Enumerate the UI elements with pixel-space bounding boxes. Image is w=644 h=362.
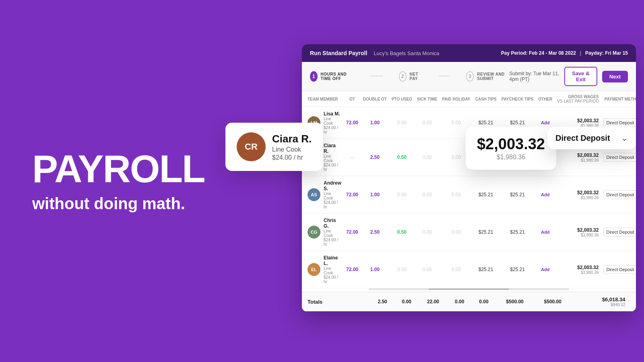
step-3-label: REVIEW AND SUBMIT	[477, 72, 509, 81]
totals-table: Totals 2.50 0.00 22.00 0.00 0.00 $500.00…	[302, 292, 636, 311]
cell-sick: 0.00	[415, 107, 440, 139]
col-other: Other	[536, 91, 555, 107]
cell-payment[interactable]: Direct Deposit Check	[601, 176, 636, 214]
cell-pto: 0.50	[389, 139, 415, 176]
step-3-circle: 3	[466, 71, 474, 82]
member-avatar: AS	[308, 188, 320, 201]
payment-method-select[interactable]: Direct Deposit Check	[603, 190, 636, 199]
cell-payment[interactable]: Direct Deposit Check	[601, 251, 636, 288]
cell-member: CG Chris G. Line Cook $24.00 / hr	[302, 214, 344, 251]
totals-row: Totals 2.50 0.00 22.00 0.00 0.00 $500.00…	[302, 292, 636, 311]
totals-holiday: 0.00	[472, 292, 496, 311]
member-info: Lisa M. Line Cook $24.00 / hr	[324, 111, 341, 134]
col-team-member: Team Member	[302, 91, 344, 107]
payment-method-select[interactable]: Direct Deposit Check	[603, 265, 636, 274]
totals-payment	[628, 292, 636, 311]
payment-method-select[interactable]: Direct Deposit Check	[603, 228, 636, 237]
cell-payment[interactable]: Direct Deposit Check	[601, 214, 636, 251]
marketing-section: PAYROLL without doing math.	[32, 150, 205, 213]
table-row: EL Elaine L. Line Cook $24.00 / hr 72.00…	[302, 251, 636, 288]
step-3[interactable]: 3 REVIEW AND SUBMIT	[466, 71, 509, 82]
company-name: Lucy's Bagels Santa Monica	[374, 50, 439, 56]
payment-method-select[interactable]: Direct Deposit Check	[603, 118, 636, 127]
cell-ot: 72.00	[344, 214, 361, 251]
step-2[interactable]: 2 NET PAY	[399, 71, 422, 82]
cell-cash-tips: $25.21	[473, 251, 499, 288]
totals-label: Totals	[302, 292, 370, 311]
cell-other[interactable]: Add	[536, 176, 555, 214]
cell-pto: 0.00	[389, 176, 415, 214]
cell-cash-tips: $25.21	[473, 214, 499, 251]
cell-gross: $2,003.32 $1,980.36	[555, 214, 601, 251]
cell-double-ot: 1.00	[361, 176, 389, 214]
member-avatar: EL	[308, 263, 320, 276]
cell-member: EL Elaine L. Line Cook $24.00 / hr	[302, 251, 344, 288]
step-connector-1	[371, 76, 382, 76]
add-button[interactable]: Add	[541, 230, 549, 234]
gross-card-last: $1,980.36	[477, 154, 545, 161]
cell-cash-tips: $25.21	[473, 176, 499, 214]
cell-ot: 72.00	[344, 107, 361, 139]
member-name: Andrew S.	[324, 180, 341, 191]
cell-double-ot: 1.00	[361, 107, 389, 139]
gross-card-amount: $2,003.32	[477, 136, 545, 153]
cell-pto: 0.50	[389, 214, 415, 251]
add-button[interactable]: Add	[541, 192, 549, 197]
member-name: Elaine L.	[324, 255, 341, 266]
totals-ot: 2.50	[370, 292, 394, 311]
totals-other	[572, 292, 580, 311]
step-1[interactable]: 1 HOURS AND TIME OFF	[310, 71, 355, 82]
totals-gross: $6,018.34 $840.12	[580, 292, 628, 311]
member-rate: $24.00 / hr	[324, 275, 341, 284]
scroll-thumb	[429, 288, 509, 290]
totals-sick: 0.00	[448, 292, 472, 311]
cell-other[interactable]: Add	[536, 251, 555, 288]
direct-deposit-popup[interactable]: Direct Deposit ⌄	[547, 127, 636, 149]
steps-left: 1 HOURS AND TIME OFF 2 NET PAY 3 REVIEW …	[310, 71, 509, 82]
col-cash-tips: Cash Tips	[473, 91, 499, 107]
dd-card-label: Direct Deposit	[555, 134, 615, 143]
member-info: Chris G. Line Cook $24.00 / hr	[324, 218, 341, 247]
pay-period: Pay Period: Feb 24 - Mar 08 2022	[501, 50, 576, 56]
employee-card-role: Line Cook	[272, 146, 312, 153]
cell-sick: 0.00	[415, 139, 440, 176]
cell-double-ot: 2.50	[361, 214, 389, 251]
save-exit-button[interactable]: Save & Exit	[564, 67, 597, 86]
totals-paycheck-tips: $500.00	[534, 292, 572, 311]
cell-gross: $2,003.32 $1,980.36	[555, 176, 601, 214]
col-gross: Gross Wagesvs Last Pay Period	[555, 91, 601, 107]
steps-right: Submit by: Tue Mar 11, 4pm (PT) Save & E…	[509, 67, 628, 86]
col-paycheck-tips: Paycheck Tips	[499, 91, 536, 107]
cell-pto: 0.00	[389, 107, 415, 139]
marketing-headline: PAYROLL	[32, 150, 205, 188]
next-button[interactable]: Next	[602, 71, 628, 82]
col-ot: OT	[344, 91, 361, 107]
payroll-panel: Run Standard Payroll Lucy's Bagels Santa…	[302, 44, 636, 311]
cell-paycheck-tips: $25.21	[499, 176, 536, 214]
submit-by-text: Submit by: Tue Mar 11, 4pm (PT)	[509, 71, 559, 82]
employee-card-info: Ciara R. Line Cook $24.00 / hr	[272, 133, 312, 161]
employee-card-popup: CR Ciara R. Line Cook $24.00 / hr	[225, 123, 323, 171]
cell-gross: $2,003.32 $1,980.36	[555, 251, 601, 288]
totals-cash-tips: $500.00	[496, 292, 534, 311]
panel-header: Run Standard Payroll Lucy's Bagels Santa…	[302, 44, 636, 62]
employee-card-name: Ciara R.	[272, 133, 312, 145]
payday: Payday: Fri Mar 15	[585, 50, 628, 56]
employee-card-rate: $24.00 / hr	[272, 154, 312, 161]
add-button[interactable]: Add	[541, 120, 549, 125]
member-name: Lisa M.	[324, 111, 341, 117]
cell-paycheck-tips: $25.21	[499, 214, 536, 251]
payment-method-select[interactable]: Direct Deposit Check	[603, 153, 636, 162]
table-header-row: Team Member OT Double OT PTO Used Sick T…	[302, 91, 636, 107]
cell-holiday: 0.00	[440, 214, 473, 251]
add-button[interactable]: Add	[541, 267, 549, 272]
cell-sick: 0.00	[415, 176, 440, 214]
member-name: Ciara R.	[324, 143, 341, 154]
col-sick: Sick Time	[415, 91, 440, 107]
member-role: Line Cook	[324, 266, 341, 275]
scroll-indicator	[369, 288, 569, 290]
member-rate: $24.00 / hr	[324, 125, 341, 134]
member-info: Elaine L. Line Cook $24.00 / hr	[324, 255, 341, 284]
cell-other[interactable]: Add	[536, 214, 555, 251]
member-rate: $24.00 / hr	[324, 238, 341, 247]
